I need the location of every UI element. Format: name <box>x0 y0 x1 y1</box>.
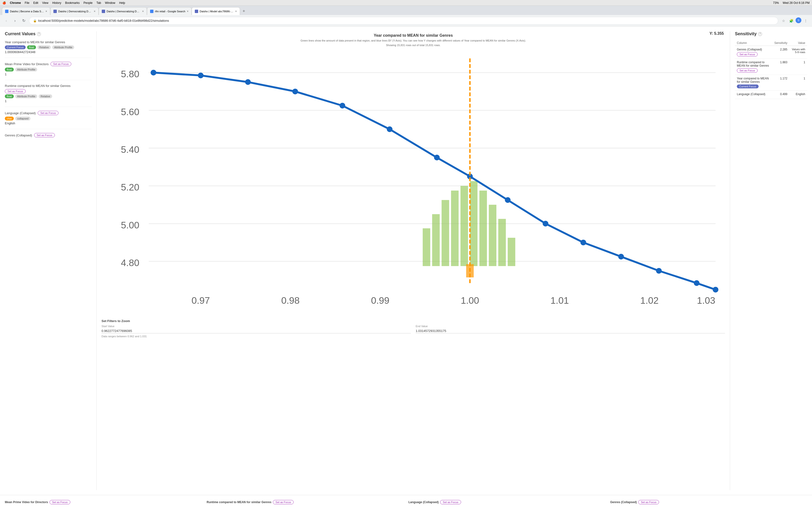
sensitivity-row-language: Language (Collapsed) 0.499 English <box>735 91 807 99</box>
svg-point-29 <box>151 69 156 75</box>
refresh-button[interactable]: ↻ <box>20 17 27 24</box>
tab-1[interactable]: Daisho | Become a Data Scien... × <box>2 7 50 15</box>
tab-2[interactable]: Daisho | Democratizing Data S... × <box>50 7 99 15</box>
svg-point-39 <box>580 239 586 245</box>
set-focus-mini-runtime[interactable]: Set as Focus <box>273 500 294 504</box>
tab-4-title: rfm retail - Google Search <box>155 10 185 13</box>
sensitivity-table: Column Sensitivity Value Genres (Collaps… <box>735 40 807 99</box>
svg-point-43 <box>713 287 718 292</box>
tab-5-close[interactable]: × <box>235 10 237 13</box>
svg-rect-45 <box>466 264 474 277</box>
set-focus-runtime[interactable]: Set as Focus <box>5 89 26 94</box>
svg-rect-22 <box>451 190 458 266</box>
history-menu[interactable]: History <box>52 1 61 5</box>
zoom-start-input[interactable] <box>101 329 411 333</box>
people-menu[interactable]: People <box>84 1 93 5</box>
menu-button[interactable]: ⋮ <box>802 17 809 24</box>
window-menu[interactable]: Window <box>105 1 115 5</box>
svg-rect-20 <box>432 214 440 266</box>
address-bar[interactable]: 🔒 localhost:5000/predictive-models/model… <box>29 17 778 24</box>
set-focus-sensitivity-genres[interactable]: Set as Focus <box>737 52 758 56</box>
apple-menu[interactable]: 🍎 <box>2 1 6 5</box>
svg-text:1.02: 1.02 <box>640 295 659 306</box>
back-button[interactable]: ‹ <box>3 17 10 24</box>
main-content: Current Values ? Year compared to MEAN f… <box>0 26 812 495</box>
svg-rect-25 <box>479 190 487 266</box>
col-header-sensitivity: Sensitivity <box>772 40 789 46</box>
file-menu[interactable]: File <box>24 1 29 5</box>
set-focus-mean-prime-video[interactable]: Set as Focus <box>51 62 71 66</box>
svg-text:0.97: 0.97 <box>191 295 210 306</box>
chrome-addressbar: ‹ › ↻ 🔒 localhost:5000/predictive-models… <box>0 15 812 26</box>
forward-button[interactable]: › <box>12 17 18 24</box>
sensitivity-help-icon[interactable]: ? <box>758 32 762 36</box>
svg-text:0.99: 0.99 <box>371 295 389 306</box>
svg-point-42 <box>694 280 699 286</box>
url-text: localhost:5000/predictive-models/model/a… <box>38 19 169 22</box>
main-chart-area: 5.80 5.60 5.40 5.20 5.00 4.80 0.97 0.98 … <box>101 49 725 314</box>
mini-chart-language: Language (Collapsed) Set as Focus 5.80 5… <box>408 500 605 507</box>
tab-3-title: Daisho | Democratizing Data S... <box>107 10 141 13</box>
view-menu[interactable]: View <box>42 1 48 5</box>
extensions-button[interactable]: 🧩 <box>788 17 795 24</box>
zoom-title: Set Filters to Zoom <box>101 319 725 323</box>
sensitivity-col-year-name: Year compared to MEAN for similar Genres… <box>735 75 772 91</box>
sensitivity-col-year-value: 1 <box>789 75 807 91</box>
datetime: Wed 28 Oct 6:16 PM <box>783 1 810 5</box>
tab-2-title: Daisho | Democratizing Data S... <box>58 10 92 13</box>
set-focus-genres[interactable]: Set as Focus <box>34 133 55 137</box>
bookmarks-menu[interactable]: Bookmarks <box>65 1 80 5</box>
right-panel: Sensitivity ? Column Sensitivity Value G… <box>730 32 807 490</box>
sensitivity-col-runtime-score: 1.883 <box>772 59 789 75</box>
set-focus-mini-mean-prime[interactable]: Set as Focus <box>50 500 70 504</box>
main-chart-svg: 5.80 5.60 5.40 5.20 5.00 4.80 0.97 0.98 … <box>101 49 725 314</box>
edit-menu[interactable]: Edit <box>33 1 39 5</box>
set-focus-language[interactable]: Set as Focus <box>38 111 58 115</box>
svg-text:5.80: 5.80 <box>121 69 139 79</box>
tab-3-close[interactable]: × <box>142 10 144 13</box>
set-focus-mini-genres[interactable]: Set as Focus <box>638 500 659 504</box>
mini-chart-mean-prime-title: Mean Prime Video for Directors Set as Fo… <box>5 500 202 504</box>
set-focus-sensitivity-runtime[interactable]: Set as Focus <box>737 68 758 73</box>
tab-4[interactable]: rfm retail - Google Search × <box>147 7 192 15</box>
tab-4-close[interactable]: × <box>187 10 189 13</box>
tab-5[interactable]: Daisho | Model abc78686-87d... × <box>192 7 240 15</box>
help-menu[interactable]: Help <box>119 1 125 5</box>
new-tab-button[interactable]: + <box>240 7 248 15</box>
svg-text:1.01: 1.01 <box>551 295 569 306</box>
profile-button[interactable]: S <box>796 17 801 23</box>
zoom-end-input[interactable] <box>416 329 725 333</box>
set-focus-mini-language[interactable]: Set as Focus <box>440 500 461 504</box>
char-badge-3: char <box>5 117 14 120</box>
float-badge-2: float <box>5 95 14 98</box>
current-values-title: Current Values ? <box>5 32 92 37</box>
sensitivity-col-runtime-name: Runtime compared to MEAN for similar Gen… <box>735 59 772 75</box>
tab-1-close[interactable]: × <box>45 10 47 13</box>
svg-text:5.60: 5.60 <box>121 107 139 117</box>
mini-chart-runtime-svg: 6.00 5.00 0.50 1.00 1.50 2.00 <box>207 505 404 507</box>
mini-chart-genres-svg: 6.00 5.00 <box>610 505 807 507</box>
zoom-end-label: End Value <box>416 325 725 328</box>
field-genres-collapsed: Genres (Collapsed) Set as Focus <box>5 133 92 143</box>
field-language-collapsed-name: Language (Collapsed) Set as Focus <box>5 111 92 115</box>
current-values-help-icon[interactable]: ? <box>37 32 41 36</box>
tab-3[interactable]: Daisho | Democratizing Data S... × <box>99 7 147 15</box>
field-runtime-mean-genres: Runtime compared to MEAN for similar Gen… <box>5 84 92 107</box>
svg-point-32 <box>292 89 298 94</box>
sensitivity-col-language-value: English <box>789 91 807 99</box>
attribute-profile-badge-2: Attribute Profile <box>15 95 37 98</box>
float-badge-0: float <box>27 45 36 49</box>
sensitivity-col-language-score: 0.499 <box>772 91 789 99</box>
relative-badge-0: Relative <box>38 45 51 49</box>
tab-menu[interactable]: Tab <box>96 1 101 5</box>
bookmark-button[interactable]: ☆ <box>780 17 787 24</box>
chrome-menu[interactable]: Chrome <box>10 1 21 5</box>
mini-chart-genres: Genres (Collapsed) Set as Focus 6.00 5.0… <box>610 500 807 507</box>
svg-text:5.20: 5.20 <box>121 182 139 192</box>
svg-text:5.00: 5.00 <box>121 220 139 230</box>
attribute-profile-badge-1: Attribute Profile <box>15 68 37 71</box>
sensitivity-row-genres: Genres (Collapsed) Set as Focus 2.285 Va… <box>735 46 807 59</box>
tab-2-close[interactable]: × <box>94 10 95 13</box>
sensitivity-title: Sensitivity ? <box>735 32 807 37</box>
sensitivity-row-year: Year compared to MEAN for similar Genres… <box>735 75 807 91</box>
